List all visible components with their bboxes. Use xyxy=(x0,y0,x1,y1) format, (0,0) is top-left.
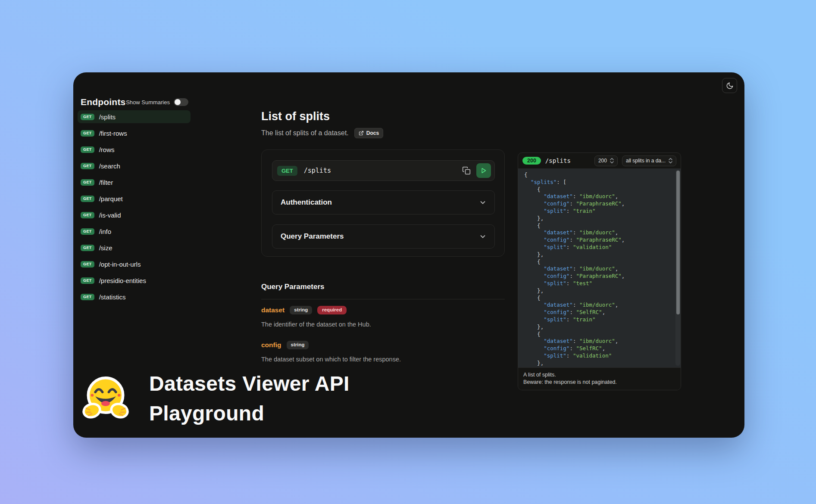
response-summary-line2: Beware: the response is not paginated. xyxy=(523,379,675,386)
play-icon xyxy=(480,167,488,174)
get-method-badge: GET xyxy=(81,245,94,251)
response-body: { "splits": [ { "dataset": "ibm/duorc", … xyxy=(518,168,681,367)
response-path: /splits xyxy=(545,157,571,164)
query-parameters-accordion[interactable]: Query Parameters xyxy=(272,224,495,249)
endpoint-list: GET /splits GET /first-rows GET /rows GE… xyxy=(78,110,191,303)
toggle-knob xyxy=(175,99,181,105)
accordion-label: Authentication xyxy=(281,198,332,207)
response-panel: 200 /splits 200 all splits in a da... xyxy=(518,152,681,390)
dark-mode-toggle-button[interactable] xyxy=(722,78,737,93)
sidebar-item-splits[interactable]: GET /splits xyxy=(78,110,191,123)
endpoint-path: /filter xyxy=(99,179,113,186)
endpoint-path: /rows xyxy=(99,146,115,153)
sidebar-item-filter[interactable]: GET /filter xyxy=(78,176,191,189)
endpoint-description: The list of splits of a dataset. xyxy=(261,129,349,137)
accordion-label: Query Parameters xyxy=(281,232,344,241)
status-code-badge: 200 xyxy=(522,157,541,165)
method-badge: GET xyxy=(277,166,297,176)
param-type-badge: string xyxy=(287,341,309,349)
copy-icon xyxy=(462,166,471,175)
desktop-background: { "colors": { "background_gradient": ["#… xyxy=(0,0,816,504)
description-row: The list of splits of a dataset. Docs xyxy=(261,128,383,138)
get-method-badge: GET xyxy=(81,277,94,284)
show-summaries-label: Show Summaries xyxy=(126,99,170,106)
param-name: config xyxy=(261,341,281,349)
docs-button-label: Docs xyxy=(366,130,379,136)
example-select[interactable]: all splits in a da... xyxy=(622,156,676,166)
response-footer: A list of splits. Beware: the response i… xyxy=(518,367,681,390)
sidebar-item-size[interactable]: GET /size xyxy=(78,241,191,254)
request-path: /splits xyxy=(304,167,331,174)
get-method-badge: GET xyxy=(81,163,94,169)
sidebar-header: Endpoints Show Summaries xyxy=(81,96,188,108)
chevron-down-icon xyxy=(479,233,486,240)
app-title-line1: Datasets Viewer API xyxy=(149,369,350,398)
endpoint-path: /is-valid xyxy=(99,212,121,219)
get-method-badge: GET xyxy=(81,114,94,120)
endpoint-path: /splits xyxy=(99,113,116,121)
param-description: The identifier of the dataset on the Hub… xyxy=(261,320,505,329)
param-row: config string The dataset subset on whic… xyxy=(261,340,505,364)
param-head: config string xyxy=(261,340,505,350)
endpoint-path: /search xyxy=(99,162,120,170)
select-updown-icon xyxy=(610,158,614,164)
response-code: { "splits": [ { "dataset": "ibm/duorc", … xyxy=(518,168,681,367)
external-link-icon xyxy=(359,131,364,136)
endpoint-path: /presidio-entities xyxy=(99,277,146,284)
param-type-badge: string xyxy=(290,306,312,314)
status-code-select[interactable]: 200 xyxy=(594,156,618,166)
param-row: dataset string required The identifier o… xyxy=(261,305,505,329)
app-title-line2: Playground xyxy=(149,398,350,428)
param-list: dataset string required The identifier o… xyxy=(261,305,505,364)
example-select-value: all splits in a da... xyxy=(626,158,666,164)
endpoint-path: /first-rows xyxy=(99,130,127,137)
sidebar-title: Endpoints xyxy=(81,97,125,107)
divider xyxy=(261,299,505,299)
page-title: List of splits xyxy=(261,110,330,123)
get-method-badge: GET xyxy=(81,196,94,202)
query-parameters-section: Query Parameters dataset string required… xyxy=(261,282,505,364)
endpoint-path: /size xyxy=(99,244,113,252)
scrollbar-track[interactable] xyxy=(675,170,680,366)
show-summaries-control: Show Summaries xyxy=(126,98,188,106)
select-updown-icon xyxy=(669,158,672,164)
get-method-badge: GET xyxy=(81,130,94,137)
sidebar-item-search[interactable]: GET /search xyxy=(78,159,191,172)
request-card: GET /splits xyxy=(261,149,505,257)
sidebar-item-first-rows[interactable]: GET /first-rows xyxy=(78,127,191,140)
sidebar-item-info[interactable]: GET /info xyxy=(78,225,191,238)
moon-icon xyxy=(726,82,734,90)
query-parameters-heading: Query Parameters xyxy=(261,282,505,292)
app-window: Endpoints Show Summaries GET /splits GET… xyxy=(73,72,744,438)
sidebar-item-statistics[interactable]: GET /statistics xyxy=(78,290,191,303)
response-header: 200 /splits 200 all splits in a da... xyxy=(518,153,681,168)
sidebar-item-is-valid[interactable]: GET /is-valid xyxy=(78,208,191,221)
param-name: dataset xyxy=(261,306,285,314)
hugging-face-logo xyxy=(82,371,129,424)
get-method-badge: GET xyxy=(81,228,94,235)
get-method-badge: GET xyxy=(81,261,94,268)
chevron-down-icon xyxy=(479,199,486,206)
response-summary-line1: A list of splits. xyxy=(523,371,675,379)
sidebar-item-parquet[interactable]: GET /parquet xyxy=(78,192,191,205)
param-description: The dataset subset on which to filter th… xyxy=(261,355,505,364)
get-method-badge: GET xyxy=(81,212,94,218)
endpoint-path: /info xyxy=(99,228,111,235)
request-bar: GET /splits xyxy=(272,160,495,181)
sidebar-item-opt-in-out-urls[interactable]: GET /opt-in-out-urls xyxy=(78,258,191,271)
sidebar-item-rows[interactable]: GET /rows xyxy=(78,143,191,156)
show-summaries-toggle[interactable] xyxy=(174,98,188,106)
run-button[interactable] xyxy=(476,163,491,178)
docs-button[interactable]: Docs xyxy=(354,128,383,138)
copy-button[interactable] xyxy=(460,165,472,177)
endpoint-path: /statistics xyxy=(99,293,126,301)
scrollbar-thumb[interactable] xyxy=(676,171,680,314)
get-method-badge: GET xyxy=(81,179,94,186)
param-head: dataset string required xyxy=(261,305,505,315)
get-method-badge: GET xyxy=(81,294,94,300)
get-method-badge: GET xyxy=(81,146,94,153)
status-code-select-value: 200 xyxy=(598,158,607,164)
sidebar-item-presidio-entities[interactable]: GET /presidio-entities xyxy=(78,274,191,287)
authentication-accordion[interactable]: Authentication xyxy=(272,190,495,215)
endpoint-path: /opt-in-out-urls xyxy=(99,261,141,268)
